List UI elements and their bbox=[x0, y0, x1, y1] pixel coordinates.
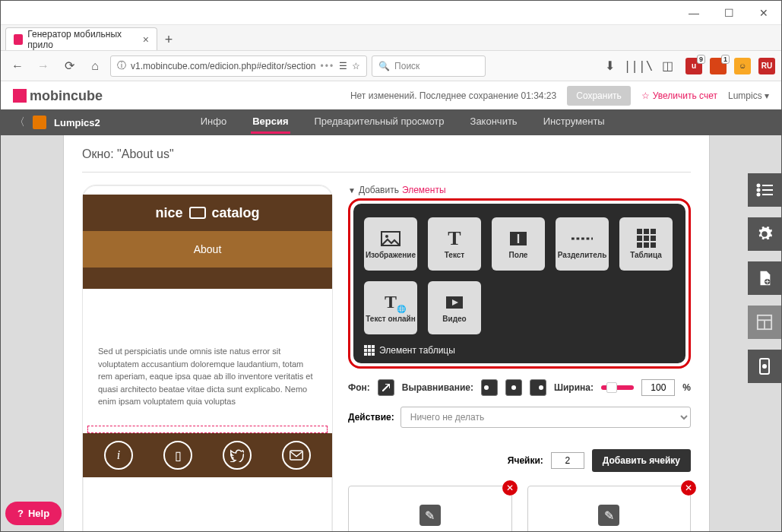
grid-small-icon bbox=[364, 345, 375, 356]
palette-item-table[interactable]: Таблица bbox=[619, 217, 673, 271]
add-cell-button[interactable]: Добавить ячейку bbox=[592, 449, 691, 472]
download-icon[interactable]: ⬇ bbox=[599, 55, 620, 77]
extension-lang-icon[interactable]: RU bbox=[758, 58, 775, 74]
window-maximize-button[interactable]: ☐ bbox=[711, 1, 746, 24]
browser-toolbar: ← → ⟳ ⌂ ⓘ v1.mobincube.com/edicion.php#e… bbox=[1, 51, 781, 81]
window-title: Окно: "About us" bbox=[82, 147, 691, 161]
element-panel: ▼ Добавить Элементы Изображение T bbox=[348, 185, 691, 531]
logo-mark-icon bbox=[13, 89, 27, 103]
action-label: Действие: bbox=[348, 412, 394, 423]
action-select[interactable]: Ничего не делать bbox=[400, 407, 691, 428]
cell-edit-button[interactable]: ✎ bbox=[598, 505, 619, 526]
palette-label: Изображение bbox=[366, 251, 416, 259]
palette-item-text[interactable]: T Текст bbox=[428, 217, 481, 271]
svg-point-7 bbox=[758, 185, 760, 187]
width-slider[interactable] bbox=[601, 385, 634, 390]
palette-footer: Элемент таблицы bbox=[364, 345, 675, 356]
phone-twitter-icon[interactable] bbox=[223, 441, 252, 470]
upgrade-link[interactable]: ☆ Увеличить счет bbox=[641, 90, 717, 101]
more-icon[interactable]: ••• bbox=[320, 61, 334, 71]
user-menu[interactable]: Lumpics ▾ bbox=[728, 90, 769, 101]
palette-label: Таблица bbox=[630, 251, 662, 259]
app-thumb-icon bbox=[33, 116, 46, 129]
new-tab-button[interactable]: + bbox=[157, 29, 180, 50]
browser-tab[interactable]: Генератор мобильных прило × bbox=[5, 27, 157, 50]
text-online-icon: T🌐 bbox=[380, 293, 401, 312]
dock-list-icon[interactable] bbox=[748, 173, 781, 207]
palette-item-divider[interactable]: Разделитель bbox=[556, 217, 609, 271]
width-input[interactable] bbox=[641, 379, 675, 396]
tab-close-icon[interactable]: × bbox=[143, 33, 149, 46]
field-icon: I bbox=[508, 230, 529, 248]
dock-page-settings-icon[interactable] bbox=[748, 261, 781, 295]
header-right: Нет изменений. Последнее сохранение 01:3… bbox=[350, 86, 769, 106]
save-status-text: Нет изменений. Последнее сохранение 01:3… bbox=[350, 90, 556, 101]
nav-left: 〈 Lumpics2 bbox=[1, 116, 100, 129]
side-dock bbox=[748, 173, 781, 383]
nav-back-button[interactable]: ← bbox=[7, 55, 28, 77]
nav-back-chevron-icon[interactable]: 〈 bbox=[14, 116, 25, 129]
cells-input[interactable] bbox=[551, 452, 584, 469]
cell-edit-button[interactable]: ✎ bbox=[419, 505, 441, 526]
bg-label: Фон: bbox=[348, 382, 370, 393]
phone-footer: i ▯ bbox=[83, 430, 332, 477]
table-cell[interactable]: ✕ ✎ bbox=[348, 486, 512, 531]
phone-mail-icon[interactable] bbox=[282, 441, 311, 470]
app-name[interactable]: Lumpics2 bbox=[54, 117, 100, 128]
extension-smiley-icon[interactable]: ☺ bbox=[734, 58, 751, 74]
tab-version[interactable]: Версия bbox=[251, 111, 290, 134]
dock-layout-icon[interactable] bbox=[748, 306, 781, 339]
phone-device-icon[interactable]: ▯ bbox=[163, 441, 192, 470]
library-icon[interactable]: |||\ bbox=[628, 55, 649, 77]
align-right-button[interactable] bbox=[530, 379, 546, 396]
phone-info-icon[interactable]: i bbox=[104, 441, 133, 470]
brand-logo[interactable]: mobincube bbox=[13, 88, 103, 104]
help-button[interactable]: ? Help bbox=[5, 502, 62, 525]
add-element-toggle[interactable]: ▼ Добавить Элементы bbox=[348, 185, 691, 195]
extension-ublock-icon[interactable]: u9 bbox=[685, 58, 702, 74]
palette-item-video[interactable]: Видео bbox=[428, 281, 481, 334]
palette-label: Видео bbox=[442, 315, 466, 323]
sidebar-icon[interactable]: ◫ bbox=[657, 55, 678, 77]
width-label: Ширина: bbox=[554, 382, 594, 393]
palette-item-image[interactable]: Изображение bbox=[364, 217, 417, 271]
table-cell[interactable]: ✕ ✎ bbox=[527, 486, 692, 531]
nav-forward-button[interactable]: → bbox=[33, 55, 54, 77]
svg-point-2 bbox=[385, 235, 388, 238]
element-controls-row: Фон: Выравнивание: Ширина: % bbox=[348, 379, 691, 396]
browser-tab-strip: Генератор мобильных прило × + bbox=[1, 25, 781, 51]
cell-delete-button[interactable]: ✕ bbox=[681, 480, 696, 496]
tab-tools[interactable]: Инструменты bbox=[542, 111, 606, 134]
tab-info[interactable]: Инфо bbox=[199, 111, 228, 134]
dock-device-icon[interactable] bbox=[748, 350, 781, 383]
palette-item-field[interactable]: I Поле bbox=[492, 217, 545, 271]
app-header: mobincube Нет изменений. Последнее сохра… bbox=[1, 82, 781, 109]
toolbar-right-icons: ⬇ |||\ ◫ u9 1 ☺ RU bbox=[599, 55, 775, 77]
reader-icon[interactable]: ☰ bbox=[339, 61, 347, 71]
align-center-button[interactable] bbox=[505, 379, 522, 396]
palette-item-text-online[interactable]: T🌐 Текст онлайн bbox=[364, 281, 417, 334]
home-button[interactable]: ⌂ bbox=[84, 55, 106, 77]
reload-button[interactable]: ⟳ bbox=[59, 55, 80, 77]
extension-b-icon[interactable]: 1 bbox=[710, 58, 727, 74]
tab-finish[interactable]: Закончить bbox=[469, 111, 519, 134]
url-bar[interactable]: ⓘ v1.mobincube.com/edicion.php#editor/se… bbox=[110, 55, 367, 77]
palette-label: Поле bbox=[509, 251, 528, 259]
page-viewport: mobincube Нет изменений. Последнее сохра… bbox=[1, 82, 781, 531]
bookmark-icon[interactable]: ☆ bbox=[352, 61, 360, 71]
brand-name: mobincube bbox=[30, 88, 103, 104]
cell-delete-button[interactable]: ✕ bbox=[502, 480, 518, 496]
element-palette: Изображение T Текст I Поле bbox=[353, 204, 685, 363]
search-icon: 🔍 bbox=[378, 61, 390, 71]
app-navbar: 〈 Lumpics2 Инфо Версия Предварительный п… bbox=[1, 109, 781, 135]
window-close-button[interactable]: ✕ bbox=[746, 1, 781, 24]
save-button[interactable]: Сохранить bbox=[567, 86, 631, 106]
window-minimize-button[interactable]: ― bbox=[676, 1, 711, 24]
align-left-button[interactable] bbox=[481, 379, 498, 396]
bg-button[interactable] bbox=[378, 379, 394, 396]
browser-search-box[interactable]: 🔍 Поиск bbox=[372, 55, 486, 77]
tab-preview[interactable]: Предварительный просмотр bbox=[313, 111, 446, 134]
triangle-down-icon: ▼ bbox=[348, 186, 356, 195]
help-icon: ? bbox=[17, 508, 24, 519]
dock-settings-icon[interactable] bbox=[748, 217, 781, 251]
